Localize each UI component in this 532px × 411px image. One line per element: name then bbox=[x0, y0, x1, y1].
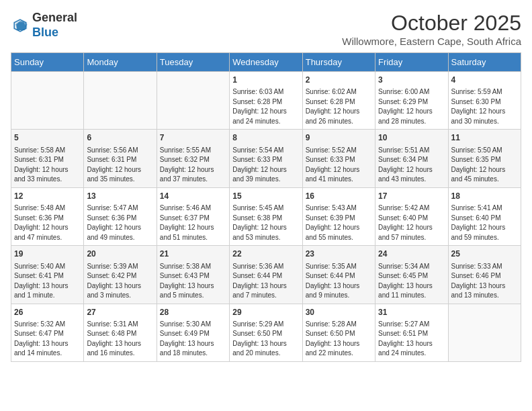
calendar-cell bbox=[84, 72, 157, 130]
day-number: 15 bbox=[232, 191, 299, 202]
weekday-header: Saturday bbox=[448, 53, 521, 72]
day-number: 30 bbox=[306, 307, 372, 318]
day-number: 1 bbox=[232, 75, 299, 86]
day-number: 28 bbox=[160, 307, 226, 318]
calendar-cell: 22Sunrise: 5:36 AM Sunset: 6:44 PM Dayli… bbox=[230, 246, 302, 304]
day-info: Sunrise: 5:59 AM Sunset: 6:30 PM Dayligh… bbox=[451, 87, 518, 126]
calendar-week-row: 5Sunrise: 5:58 AM Sunset: 6:31 PM Daylig… bbox=[11, 130, 521, 187]
day-number: 18 bbox=[451, 191, 518, 202]
day-info: Sunrise: 6:03 AM Sunset: 6:28 PM Dayligh… bbox=[232, 87, 299, 126]
weekday-header: Monday bbox=[84, 53, 157, 72]
day-info: Sunrise: 5:41 AM Sunset: 6:40 PM Dayligh… bbox=[451, 203, 518, 242]
day-number: 29 bbox=[232, 307, 299, 318]
calendar-cell: 6Sunrise: 5:56 AM Sunset: 6:31 PM Daylig… bbox=[84, 130, 157, 187]
day-number: 4 bbox=[451, 75, 518, 86]
day-info: Sunrise: 5:34 AM Sunset: 6:45 PM Dayligh… bbox=[378, 262, 445, 301]
day-info: Sunrise: 5:51 AM Sunset: 6:34 PM Dayligh… bbox=[378, 146, 445, 185]
calendar-cell: 2Sunrise: 6:02 AM Sunset: 6:28 PM Daylig… bbox=[302, 72, 375, 130]
calendar-table: SundayMondayTuesdayWednesdayThursdayFrid… bbox=[11, 52, 521, 362]
day-info: Sunrise: 5:39 AM Sunset: 6:42 PM Dayligh… bbox=[87, 262, 153, 301]
day-info: Sunrise: 5:30 AM Sunset: 6:49 PM Dayligh… bbox=[160, 320, 226, 359]
calendar-cell: 21Sunrise: 5:38 AM Sunset: 6:43 PM Dayli… bbox=[157, 246, 229, 304]
day-info: Sunrise: 6:02 AM Sunset: 6:28 PM Dayligh… bbox=[306, 87, 372, 126]
day-number: 25 bbox=[451, 248, 518, 260]
day-info: Sunrise: 5:45 AM Sunset: 6:38 PM Dayligh… bbox=[232, 203, 299, 242]
day-number: 14 bbox=[160, 191, 226, 202]
calendar-cell: 24Sunrise: 5:34 AM Sunset: 6:45 PM Dayli… bbox=[375, 246, 448, 304]
logo: General Blue bbox=[11, 11, 77, 40]
calendar-cell: 4Sunrise: 5:59 AM Sunset: 6:30 PM Daylig… bbox=[448, 72, 521, 130]
calendar-cell: 29Sunrise: 5:29 AM Sunset: 6:50 PM Dayli… bbox=[230, 304, 302, 361]
calendar-cell: 9Sunrise: 5:52 AM Sunset: 6:33 PM Daylig… bbox=[302, 130, 375, 187]
day-info: Sunrise: 5:56 AM Sunset: 6:31 PM Dayligh… bbox=[87, 146, 153, 185]
day-number: 17 bbox=[378, 191, 445, 202]
day-info: Sunrise: 5:48 AM Sunset: 6:36 PM Dayligh… bbox=[14, 203, 81, 242]
location: Willowmore, Eastern Cape, South Africa bbox=[342, 36, 521, 47]
day-number: 24 bbox=[378, 248, 445, 260]
calendar-week-row: 26Sunrise: 5:32 AM Sunset: 6:47 PM Dayli… bbox=[11, 304, 521, 361]
calendar-cell: 13Sunrise: 5:47 AM Sunset: 6:36 PM Dayli… bbox=[84, 187, 157, 245]
day-info: Sunrise: 5:42 AM Sunset: 6:40 PM Dayligh… bbox=[378, 203, 445, 242]
weekday-header: Wednesday bbox=[230, 53, 302, 72]
calendar-cell: 31Sunrise: 5:27 AM Sunset: 6:51 PM Dayli… bbox=[375, 304, 448, 361]
day-number: 12 bbox=[14, 191, 81, 202]
day-info: Sunrise: 5:54 AM Sunset: 6:33 PM Dayligh… bbox=[232, 146, 299, 185]
day-info: Sunrise: 5:35 AM Sunset: 6:44 PM Dayligh… bbox=[306, 262, 372, 301]
day-info: Sunrise: 5:50 AM Sunset: 6:35 PM Dayligh… bbox=[451, 146, 518, 185]
day-info: Sunrise: 5:55 AM Sunset: 6:32 PM Dayligh… bbox=[160, 146, 226, 185]
day-number: 7 bbox=[160, 132, 226, 144]
day-number: 19 bbox=[14, 248, 81, 260]
day-number: 8 bbox=[232, 132, 299, 144]
day-number: 9 bbox=[306, 132, 372, 144]
day-number: 31 bbox=[378, 307, 445, 318]
calendar-cell: 8Sunrise: 5:54 AM Sunset: 6:33 PM Daylig… bbox=[230, 130, 302, 187]
weekday-header: Tuesday bbox=[157, 53, 229, 72]
day-info: Sunrise: 5:38 AM Sunset: 6:43 PM Dayligh… bbox=[160, 262, 226, 301]
day-info: Sunrise: 5:46 AM Sunset: 6:37 PM Dayligh… bbox=[160, 203, 226, 242]
day-number: 26 bbox=[14, 307, 81, 318]
calendar-cell bbox=[157, 72, 229, 130]
calendar-cell: 23Sunrise: 5:35 AM Sunset: 6:44 PM Dayli… bbox=[302, 246, 375, 304]
calendar-cell bbox=[11, 72, 84, 130]
weekday-header-row: SundayMondayTuesdayWednesdayThursdayFrid… bbox=[11, 53, 521, 72]
day-number: 2 bbox=[306, 75, 372, 86]
calendar-cell: 11Sunrise: 5:50 AM Sunset: 6:35 PM Dayli… bbox=[448, 130, 521, 187]
calendar-cell: 26Sunrise: 5:32 AM Sunset: 6:47 PM Dayli… bbox=[11, 304, 84, 361]
day-info: Sunrise: 6:00 AM Sunset: 6:29 PM Dayligh… bbox=[378, 87, 445, 126]
calendar-cell: 30Sunrise: 5:28 AM Sunset: 6:50 PM Dayli… bbox=[302, 304, 375, 361]
calendar-cell: 19Sunrise: 5:40 AM Sunset: 6:41 PM Dayli… bbox=[11, 246, 84, 304]
day-info: Sunrise: 5:52 AM Sunset: 6:33 PM Dayligh… bbox=[306, 146, 372, 185]
calendar-cell: 15Sunrise: 5:45 AM Sunset: 6:38 PM Dayli… bbox=[230, 187, 302, 245]
day-info: Sunrise: 5:32 AM Sunset: 6:47 PM Dayligh… bbox=[14, 320, 81, 359]
day-number: 16 bbox=[306, 191, 372, 202]
calendar-cell: 12Sunrise: 5:48 AM Sunset: 6:36 PM Dayli… bbox=[11, 187, 84, 245]
day-number: 5 bbox=[14, 132, 81, 144]
calendar-cell: 10Sunrise: 5:51 AM Sunset: 6:34 PM Dayli… bbox=[375, 130, 448, 187]
day-number: 22 bbox=[232, 248, 299, 260]
calendar-cell: 16Sunrise: 5:43 AM Sunset: 6:39 PM Dayli… bbox=[302, 187, 375, 245]
day-number: 21 bbox=[160, 248, 226, 260]
calendar-week-row: 19Sunrise: 5:40 AM Sunset: 6:41 PM Dayli… bbox=[11, 246, 521, 304]
day-info: Sunrise: 5:33 AM Sunset: 6:46 PM Dayligh… bbox=[451, 262, 518, 301]
month-year: October 2025 bbox=[342, 11, 521, 36]
day-number: 23 bbox=[306, 248, 372, 260]
calendar-cell: 17Sunrise: 5:42 AM Sunset: 6:40 PM Dayli… bbox=[375, 187, 448, 245]
day-info: Sunrise: 5:29 AM Sunset: 6:50 PM Dayligh… bbox=[232, 320, 299, 359]
calendar-cell: 7Sunrise: 5:55 AM Sunset: 6:32 PM Daylig… bbox=[157, 130, 229, 187]
day-number: 20 bbox=[87, 248, 153, 260]
title-block: October 2025 Willowmore, Eastern Cape, S… bbox=[342, 11, 521, 47]
calendar-week-row: 12Sunrise: 5:48 AM Sunset: 6:36 PM Dayli… bbox=[11, 187, 521, 245]
day-number: 6 bbox=[87, 132, 153, 144]
calendar-cell bbox=[448, 304, 521, 361]
day-number: 10 bbox=[378, 132, 445, 144]
calendar-cell: 5Sunrise: 5:58 AM Sunset: 6:31 PM Daylig… bbox=[11, 130, 84, 187]
day-info: Sunrise: 5:40 AM Sunset: 6:41 PM Dayligh… bbox=[14, 262, 81, 301]
logo-icon bbox=[11, 16, 30, 35]
day-info: Sunrise: 5:36 AM Sunset: 6:44 PM Dayligh… bbox=[232, 262, 299, 301]
calendar-cell: 1Sunrise: 6:03 AM Sunset: 6:28 PM Daylig… bbox=[230, 72, 302, 130]
calendar-cell: 25Sunrise: 5:33 AM Sunset: 6:46 PM Dayli… bbox=[448, 246, 521, 304]
day-number: 27 bbox=[87, 307, 153, 318]
calendar-cell: 20Sunrise: 5:39 AM Sunset: 6:42 PM Dayli… bbox=[84, 246, 157, 304]
weekday-header: Sunday bbox=[11, 53, 84, 72]
day-info: Sunrise: 5:27 AM Sunset: 6:51 PM Dayligh… bbox=[378, 320, 445, 359]
